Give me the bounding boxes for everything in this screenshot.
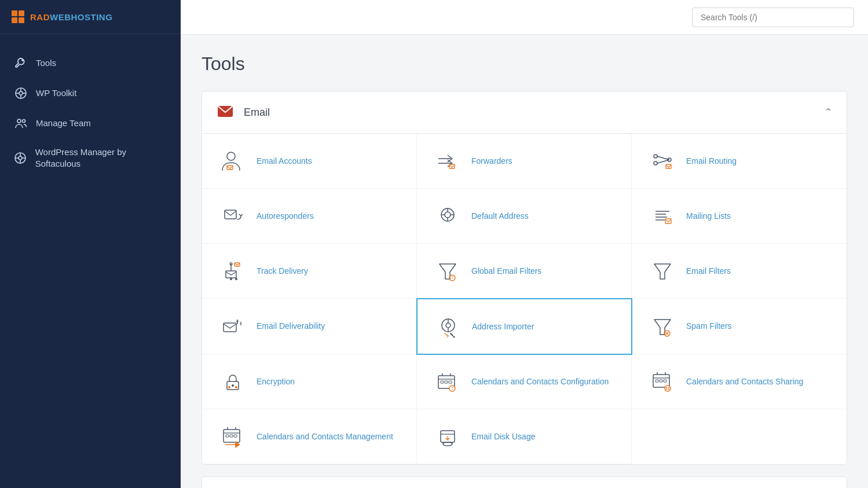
sidebar-item-wordpress-manager[interactable]: WordPress Manager by Softaculous bbox=[0, 138, 181, 177]
email-deliverability-icon bbox=[218, 312, 247, 341]
global-email-filters-icon bbox=[433, 256, 462, 285]
svg-rect-94 bbox=[234, 435, 237, 437]
svg-point-55 bbox=[446, 323, 451, 328]
email-filters-label: Email Filters bbox=[686, 266, 731, 277]
global-email-filters-label: Global Email Filters bbox=[471, 266, 541, 277]
tool-calendars-contacts-management[interactable]: Calendars and Contacts Management bbox=[202, 409, 417, 464]
svg-rect-73 bbox=[445, 381, 448, 383]
svg-rect-84 bbox=[664, 380, 666, 382]
wrench-icon bbox=[14, 56, 28, 70]
svg-rect-83 bbox=[660, 380, 662, 382]
svg-point-43 bbox=[235, 278, 237, 280]
tool-calendars-contacts-config[interactable]: Calendars and Contacts Configuration bbox=[417, 354, 632, 409]
email-accounts-label: Email Accounts bbox=[257, 156, 312, 167]
svg-rect-82 bbox=[655, 380, 658, 382]
svg-rect-26 bbox=[666, 164, 671, 168]
main-content: Tools Email ⌃ bbox=[181, 0, 868, 488]
svg-point-66 bbox=[228, 386, 230, 388]
svg-point-65 bbox=[232, 384, 234, 387]
tool-email-filters[interactable]: Email Filters bbox=[632, 244, 847, 299]
email-section-icon bbox=[216, 102, 235, 123]
svg-point-75 bbox=[449, 386, 455, 391]
svg-point-48 bbox=[452, 278, 452, 279]
tool-global-email-filters[interactable]: Global Email Filters bbox=[417, 244, 632, 299]
spam-filters-icon bbox=[648, 312, 677, 341]
svg-rect-74 bbox=[449, 381, 452, 383]
svg-point-29 bbox=[445, 212, 451, 218]
wordpress-icon bbox=[14, 86, 28, 100]
tool-email-deliverability[interactable]: Email Deliverability bbox=[202, 299, 417, 354]
svg-marker-49 bbox=[654, 264, 671, 279]
email-tools-grid: Email Accounts Forwarder bbox=[202, 134, 847, 464]
sidebar: RADWEBHOSTING Tools bbox=[0, 0, 181, 488]
tool-default-address[interactable]: Default Address bbox=[417, 189, 632, 244]
tool-calendars-contacts-sharing[interactable]: Calendars and Contacts Sharing bbox=[632, 354, 847, 409]
tool-email-accounts[interactable]: Email Accounts bbox=[202, 134, 417, 189]
email-deliverability-label: Email Deliverability bbox=[257, 321, 325, 332]
email-disk-usage-label: Email Disk Usage bbox=[471, 431, 535, 442]
email-section-header[interactable]: Email ⌃ bbox=[202, 91, 847, 134]
svg-marker-45 bbox=[440, 264, 456, 279]
email-section-title: Email bbox=[244, 107, 270, 119]
topbar bbox=[181, 0, 868, 35]
mailing-lists-label: Mailing Lists bbox=[686, 211, 731, 222]
email-routing-label: Email Routing bbox=[686, 156, 737, 167]
encryption-label: Encryption bbox=[257, 376, 295, 387]
default-address-icon bbox=[433, 201, 462, 230]
default-address-label: Default Address bbox=[471, 211, 529, 222]
svg-rect-44 bbox=[235, 263, 240, 266]
svg-point-77 bbox=[452, 389, 452, 390]
search-input[interactable] bbox=[692, 8, 854, 27]
email-filters-icon bbox=[648, 256, 677, 285]
mailing-lists-icon bbox=[648, 201, 677, 230]
svg-point-10 bbox=[19, 156, 22, 160]
content-area: Tools Email ⌃ bbox=[181, 35, 868, 488]
svg-point-67 bbox=[235, 386, 237, 388]
team-icon bbox=[14, 116, 28, 130]
svg-line-25 bbox=[657, 160, 669, 163]
sidebar-item-wp-toolkit[interactable]: WP Toolkit bbox=[0, 78, 181, 108]
tool-forwarders[interactable]: Forwarders bbox=[417, 134, 632, 189]
spam-filters-label: Spam Filters bbox=[686, 321, 732, 332]
logo-hosting: HOSTING bbox=[71, 12, 113, 22]
logo-text: RADWEBHOSTING bbox=[30, 12, 112, 22]
calendars-contacts-config-label: Calendars and Contacts Configuration bbox=[471, 376, 609, 387]
svg-point-2 bbox=[19, 91, 23, 95]
sidebar-item-manage-team-label: Manage Team bbox=[36, 118, 91, 129]
sidebar-item-tools-label: Tools bbox=[36, 57, 56, 69]
svg-rect-38 bbox=[665, 219, 671, 223]
sidebar-item-wp-toolkit-label: WP Toolkit bbox=[36, 87, 76, 99]
svg-rect-72 bbox=[441, 381, 444, 383]
tool-autoresponders[interactable]: Autoresponders bbox=[202, 189, 417, 244]
email-section-header-left: Email bbox=[216, 102, 270, 123]
track-delivery-icon bbox=[218, 256, 247, 285]
svg-rect-93 bbox=[230, 435, 233, 437]
address-importer-label: Address Importer bbox=[472, 321, 534, 332]
email-routing-icon bbox=[648, 146, 677, 175]
sidebar-item-manage-team[interactable]: Manage Team bbox=[0, 108, 181, 138]
logo-rad: RAD bbox=[30, 12, 50, 22]
tool-track-delivery[interactable]: Track Delivery bbox=[202, 244, 417, 299]
tool-mailing-lists[interactable]: Mailing Lists bbox=[632, 189, 847, 244]
logo-web: WEB bbox=[50, 12, 71, 22]
tool-encryption[interactable]: Encryption bbox=[202, 354, 417, 409]
svg-rect-50 bbox=[224, 323, 236, 332]
files-section-header[interactable]: Files ⌃ bbox=[202, 477, 847, 488]
email-section: Email ⌃ Email Accounts bbox=[202, 91, 847, 465]
svg-rect-17 bbox=[227, 166, 233, 170]
email-disk-usage-icon bbox=[433, 422, 462, 451]
tool-email-routing[interactable]: Email Routing bbox=[632, 134, 847, 189]
tool-address-importer[interactable]: Address Importer bbox=[416, 298, 632, 355]
files-section: Files ⌃ bbox=[202, 476, 847, 488]
svg-point-21 bbox=[654, 155, 657, 158]
address-importer-icon bbox=[434, 312, 463, 341]
svg-point-86 bbox=[666, 387, 667, 388]
tool-spam-filters[interactable]: Spam Filters bbox=[632, 299, 847, 354]
svg-point-0 bbox=[22, 60, 23, 61]
sidebar-item-tools[interactable]: Tools bbox=[0, 48, 181, 78]
calendars-contacts-management-label: Calendars and Contacts Management bbox=[257, 431, 393, 442]
svg-rect-39 bbox=[226, 271, 236, 278]
tool-email-disk-usage[interactable]: Email Disk Usage bbox=[417, 409, 632, 464]
svg-rect-27 bbox=[225, 210, 236, 219]
svg-point-22 bbox=[654, 162, 657, 165]
